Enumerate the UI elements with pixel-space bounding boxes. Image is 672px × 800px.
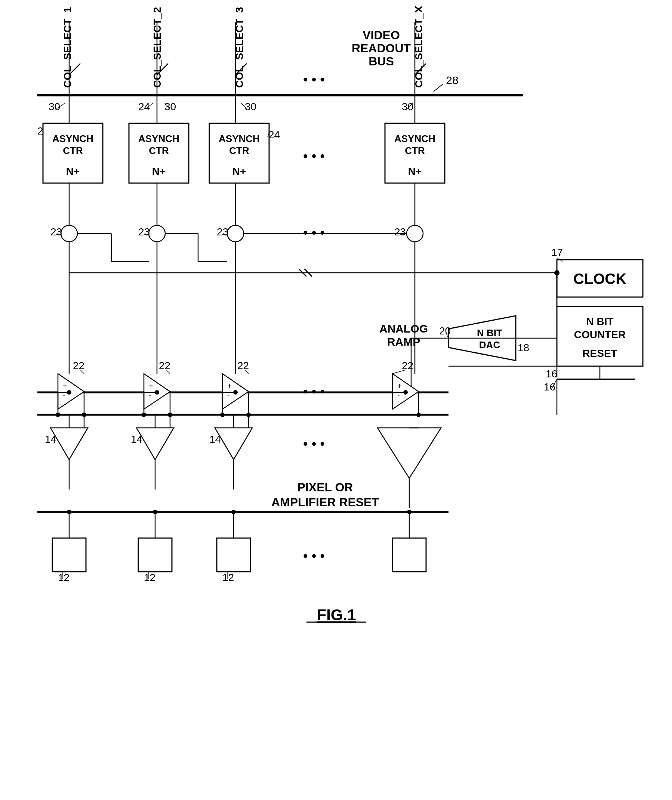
asynch-ctr-nplusx: N+ bbox=[408, 166, 422, 177]
compx-plus: + bbox=[397, 382, 402, 390]
video-readout-bus-label3: BUS bbox=[368, 54, 394, 68]
ref-22-colx: 22 bbox=[402, 360, 413, 371]
ref-20: 20 bbox=[439, 325, 451, 337]
asynch-ctr-nplus3: N+ bbox=[232, 166, 246, 177]
asynch-ctr-labelxb: CTR bbox=[405, 145, 425, 156]
ellipsis-pixel: • • • bbox=[303, 548, 325, 563]
asynch-ctr-label2: ASYNCH bbox=[138, 133, 179, 144]
analog-ramp-label: ANALOG bbox=[379, 322, 428, 335]
nbit-reset-label: RESET bbox=[582, 347, 617, 359]
register-circle-3 bbox=[227, 225, 244, 242]
ref-30-col2: 30 bbox=[165, 101, 176, 112]
ref-23-col3: 23 bbox=[217, 226, 228, 238]
ellipsis-comp: • • • bbox=[303, 384, 325, 399]
ref-16-label: 16 bbox=[544, 381, 555, 393]
comp3-plus: + bbox=[227, 382, 232, 390]
video-readout-bus-label: VIDEO bbox=[363, 29, 400, 42]
ref-22-col1: 22 bbox=[73, 360, 85, 371]
ellipsis-ctr: • • • bbox=[303, 148, 325, 164]
comp2-plus: + bbox=[149, 382, 153, 390]
ref-22-col3: 22 bbox=[237, 360, 249, 371]
pixel-block-2 bbox=[138, 538, 172, 572]
pixel-block-1 bbox=[52, 538, 86, 572]
comp1-plus: + bbox=[63, 382, 67, 390]
ref-24-box3-right: 24 bbox=[268, 129, 280, 141]
asynch-ctr-label2b: CTR bbox=[149, 145, 169, 156]
asynch-ctr-labelx: ASYNCH bbox=[394, 133, 435, 144]
nbit-dac-label2: DAC bbox=[479, 339, 501, 350]
ellipsis-top: • • • bbox=[303, 72, 325, 87]
clock-label: CLOCK bbox=[573, 270, 626, 287]
pixel-block-x bbox=[392, 538, 426, 572]
figure-label: FIG.1 bbox=[317, 606, 356, 624]
nbit-dac-label1: N BIT bbox=[477, 327, 502, 339]
asynch-ctr-label1b: CTR bbox=[63, 145, 83, 156]
ref-12-col1: 12 bbox=[58, 572, 69, 583]
ref-24-col2: 24 bbox=[138, 101, 150, 112]
pixel-reset-label2: AMPLIFIER RESET bbox=[271, 496, 379, 509]
svg-point-108 bbox=[220, 413, 225, 417]
svg-point-104 bbox=[56, 413, 60, 417]
ref-30-colx: 30 bbox=[402, 101, 413, 112]
ref-14-col3: 14 bbox=[209, 434, 221, 445]
pixel-block-3 bbox=[217, 538, 250, 572]
ref-23-col2: 23 bbox=[138, 226, 150, 238]
ellipsis-23: • • • bbox=[303, 225, 325, 240]
ref-30-col1: 30 bbox=[49, 101, 60, 112]
video-readout-bus-label2: READOUT bbox=[352, 42, 411, 55]
register-circle-x bbox=[406, 225, 423, 242]
ref-12-col3: 12 bbox=[222, 572, 234, 583]
asynch-ctr-nplus1: N+ bbox=[66, 166, 80, 177]
asynch-ctr-label3: ASYNCH bbox=[219, 133, 260, 144]
col-select-1-label: COL_SELECT_1 bbox=[62, 7, 73, 88]
ref-18: 18 bbox=[518, 342, 529, 354]
register-circle-1 bbox=[61, 225, 77, 242]
ref-30-col3: 30 bbox=[245, 101, 256, 112]
svg-rect-0 bbox=[0, 0, 672, 800]
ref-28: 28 bbox=[446, 74, 458, 86]
svg-point-106 bbox=[142, 413, 146, 417]
pixel-reset-label1: PIXEL OR bbox=[298, 480, 353, 494]
asynch-ctr-label3b: CTR bbox=[229, 145, 249, 156]
ref-17: 17 bbox=[551, 246, 563, 258]
svg-point-79 bbox=[416, 413, 421, 417]
nbit-counter-label2: COUNTER bbox=[574, 329, 626, 341]
ref-14-col1: 14 bbox=[45, 434, 56, 445]
ref-23-colx: 23 bbox=[394, 226, 406, 238]
asynch-ctr-nplus2: N+ bbox=[152, 166, 166, 177]
asynch-ctr-label1: ASYNCH bbox=[52, 133, 93, 144]
ref-12-col2: 12 bbox=[144, 572, 155, 583]
ref-16: 16 bbox=[546, 368, 557, 380]
ref-23-col1: 23 bbox=[50, 226, 62, 238]
register-circle-2 bbox=[149, 225, 165, 242]
diagram-container: VIDEO READOUT BUS 28 COL_SELECT_1 COL_SE… bbox=[0, 0, 672, 800]
ellipsis-pixamp: • • • bbox=[303, 436, 325, 451]
ref-22-col2: 22 bbox=[159, 360, 170, 371]
ref-14-col2: 14 bbox=[131, 434, 142, 445]
nbit-counter-label1: N BIT bbox=[586, 316, 613, 327]
